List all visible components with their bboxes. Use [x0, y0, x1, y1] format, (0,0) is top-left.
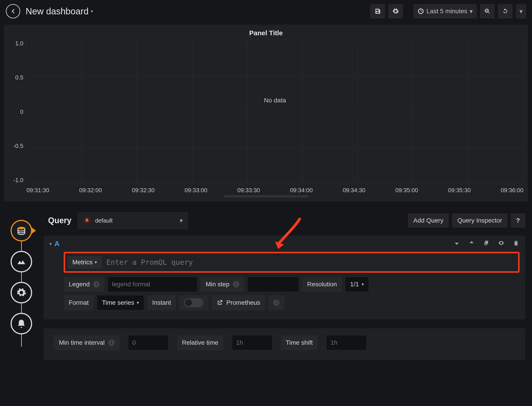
- move-query-down-button[interactable]: [453, 239, 460, 248]
- save-dashboard-button[interactable]: [370, 4, 385, 18]
- query-options-block: Min time interval i Relative time Time s…: [44, 328, 525, 360]
- svg-point-0: [18, 227, 25, 230]
- relative-time-input[interactable]: [232, 335, 272, 350]
- back-button[interactable]: [6, 4, 20, 18]
- refresh-icon: [502, 8, 509, 14]
- clock-icon: [417, 8, 424, 14]
- caret-down-icon: ▾: [519, 8, 523, 15]
- settings-button[interactable]: [388, 4, 403, 18]
- add-query-button[interactable]: Add Query: [408, 213, 449, 228]
- prometheus-link[interactable]: Prometheus: [211, 295, 265, 310]
- info-icon[interactable]: i: [273, 300, 279, 306]
- minstep-label: Min step i: [201, 277, 244, 292]
- format-select[interactable]: Time series ▾: [97, 295, 144, 310]
- metrics-dropdown[interactable]: Metrics ▾: [67, 256, 102, 268]
- query-help-button[interactable]: ?: [511, 213, 525, 228]
- prometheus-link-info: i: [268, 295, 284, 310]
- instant-label: Instant: [147, 295, 176, 310]
- instant-toggle[interactable]: [184, 298, 203, 307]
- rail-tab-queries[interactable]: [11, 220, 32, 241]
- remove-query-button[interactable]: [513, 239, 519, 248]
- no-data-message: No data: [264, 97, 286, 104]
- duplicate-query-button[interactable]: [483, 239, 490, 248]
- refresh-interval-dropdown[interactable]: ▾: [516, 4, 526, 18]
- query-ref-id: A: [54, 239, 59, 248]
- minstep-input[interactable]: [247, 277, 299, 292]
- caret-down-icon: ▾: [91, 8, 93, 14]
- legend-input[interactable]: [108, 277, 197, 292]
- relative-time-label: Relative time: [177, 335, 223, 350]
- arrow-left-icon: [10, 8, 16, 14]
- promql-query-row: Metrics ▾: [64, 252, 519, 273]
- rail-tab-general[interactable]: [11, 282, 32, 303]
- instant-toggle-wrap: [179, 295, 208, 310]
- rail-tab-alert[interactable]: [11, 313, 32, 334]
- info-icon[interactable]: i: [93, 281, 100, 287]
- gear-icon: [392, 8, 399, 14]
- y-axis: 1.0 0.5 0 -0.5 -1.0: [8, 40, 27, 184]
- time-shift-input[interactable]: [326, 335, 367, 350]
- info-icon[interactable]: i: [233, 281, 239, 287]
- zoom-out-button[interactable]: [480, 4, 495, 18]
- time-range-picker[interactable]: Last 5 minutes ▾: [413, 4, 477, 18]
- editor-side-rail: [0, 210, 43, 360]
- info-icon[interactable]: i: [108, 340, 115, 346]
- datasource-picker[interactable]: default ▾: [78, 212, 188, 229]
- min-interval-input[interactable]: [128, 335, 168, 350]
- datasource-name: default: [95, 217, 113, 224]
- panel-resize-handle[interactable]: [223, 195, 309, 197]
- chart-panel: Panel Title 1.0 0.5 0 -0.5 -1.0: [4, 25, 528, 201]
- promql-input[interactable]: [102, 258, 518, 267]
- prometheus-icon: [83, 217, 91, 225]
- caret-down-icon: ▾: [470, 8, 473, 15]
- caret-down-icon: ▾: [362, 282, 364, 287]
- time-shift-label: Time shift: [281, 335, 318, 350]
- resolution-select[interactable]: 1/1 ▾: [345, 277, 369, 292]
- query-header: Query default ▾ Add Query Query Inspecto…: [43, 210, 525, 236]
- panel-title: Panel Title: [8, 28, 524, 40]
- query-inspector-button[interactable]: Query Inspector: [452, 213, 508, 228]
- dashboard-title: New dashboard: [26, 6, 88, 16]
- format-label: Format: [64, 295, 94, 310]
- collapse-toggle[interactable]: ▾: [49, 241, 52, 246]
- toggle-query-visibility-button[interactable]: [498, 239, 505, 248]
- external-link-icon: [216, 299, 223, 306]
- min-interval-label: Min time interval i: [54, 335, 119, 350]
- x-axis: 09:31:30 09:32:00 09:32:30 09:33:00 09:3…: [27, 184, 524, 194]
- chart-plot: No data: [27, 40, 524, 184]
- legend-label: Legend i: [64, 277, 104, 292]
- save-icon: [374, 8, 381, 14]
- refresh-button[interactable]: [498, 4, 513, 18]
- resolution-label: Resolution: [302, 277, 342, 292]
- top-bar: New dashboard ▾ Last 5 minutes ▾: [0, 0, 532, 22]
- caret-down-icon: ▾: [137, 300, 139, 305]
- dashboard-title-dropdown[interactable]: New dashboard ▾: [26, 6, 93, 16]
- caret-down-icon: ▾: [180, 217, 183, 224]
- query-row-a: ▾ A Metrics ▾: [44, 236, 525, 319]
- query-section-title: Query: [48, 216, 72, 225]
- chart-grid: [27, 40, 524, 184]
- rail-tab-visualization[interactable]: [11, 251, 32, 272]
- time-range-label: Last 5 minutes: [426, 8, 467, 15]
- zoom-out-icon: [484, 8, 491, 14]
- caret-down-icon: ▾: [95, 260, 97, 265]
- move-query-up-button[interactable]: [468, 239, 475, 248]
